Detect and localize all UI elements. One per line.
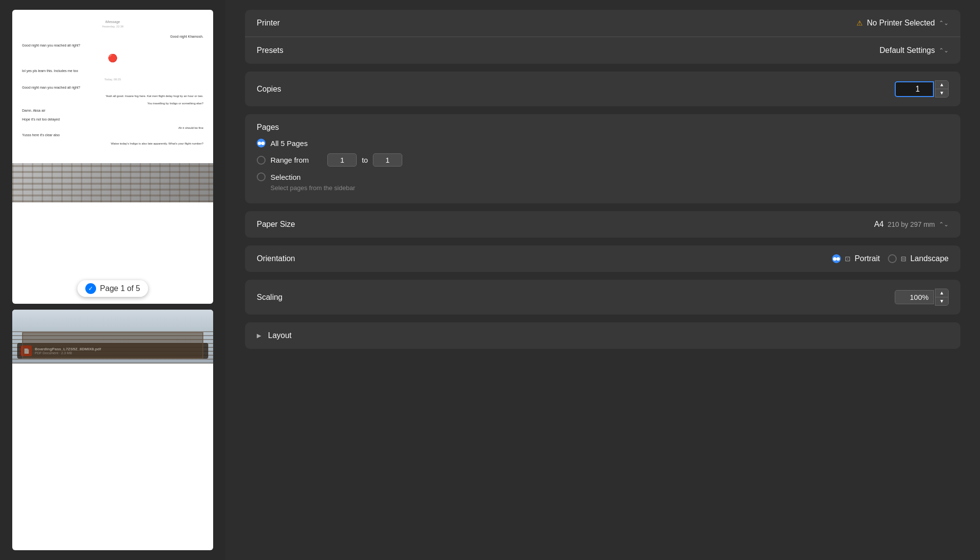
copies-increment-button[interactable]: ▲	[935, 81, 948, 89]
presets-value-container[interactable]: Default Settings ⌃⌄	[880, 46, 949, 55]
presets-value: Default Settings	[880, 46, 935, 55]
presets-row: Presets Default Settings ⌃⌄	[245, 37, 960, 64]
portrait-icon: ⊡	[845, 255, 851, 263]
layout-section[interactable]: ▶ Layout	[245, 322, 960, 349]
landscape-icon: ⊟	[901, 255, 906, 263]
page-indicator-text: Page 1 of 5	[100, 284, 140, 293]
printer-row: Printer ⚠ No Printer Selected ⌃⌄	[245, 10, 960, 37]
printer-label: Printer	[257, 19, 280, 27]
msg-4: Good night man you reached all right?	[22, 85, 203, 90]
paper-size-chevron-icon: ⌃⌄	[939, 221, 949, 228]
scaling-input[interactable]	[895, 290, 934, 304]
paper-size-row: Paper Size A4 210 by 297 mm ⌃⌄	[245, 211, 960, 238]
msg-2: Good night man you reached all right?	[22, 43, 203, 48]
page-preview-1[interactable]: iMessage Yesterday, 22:36 Good night Kha…	[12, 10, 213, 304]
scaling-row: Scaling ▲ ▼	[245, 280, 960, 315]
presets-label: Presets	[257, 46, 283, 55]
copies-input-wrapper: ▲ ▼	[895, 80, 949, 97]
printer-value: No Printer Selected	[867, 19, 935, 27]
orientation-options: ⊡ Portrait ⊟ Landscape	[832, 254, 949, 263]
paper-dimensions: 210 by 297 mm	[888, 220, 935, 228]
orientation-label: Orientation	[257, 254, 295, 263]
right-panel: Printer ⚠ No Printer Selected ⌃⌄ Presets…	[225, 0, 980, 560]
printer-chevron-icon: ⌃⌄	[939, 20, 949, 26]
pdf-icon: 📄	[21, 345, 32, 356]
preview-2-image: 📄 BoardingPass_L7ZS5Z_8DMIX8.pdf PDF Doc…	[12, 310, 213, 364]
range-inputs: to	[327, 153, 402, 167]
msg-11: Waise today's Indigo is also late appare…	[76, 142, 203, 146]
boarding-pass-bar: 📄 BoardingPass_L7ZS5Z_8DMIX8.pdf PDF Doc…	[17, 343, 208, 359]
landscape-label: Landscape	[910, 254, 949, 263]
all-pages-row[interactable]: All 5 Pages	[257, 139, 949, 147]
app-name: iMessage	[22, 20, 203, 24]
date-divider: Today, 08:25	[22, 77, 203, 81]
msg-3: lol yes pls learn this. Includes me too	[22, 69, 203, 73]
presets-chevron-icon: ⌃⌄	[939, 47, 949, 54]
preview-date: Yesterday, 22:36	[22, 24, 203, 28]
copies-decrement-button[interactable]: ▼	[935, 89, 948, 97]
scaling-decrement-button[interactable]: ▼	[935, 297, 948, 305]
scaling-increment-button[interactable]: ▲	[935, 289, 948, 297]
msg-1: Good night Khamosh.	[22, 34, 203, 39]
reddit-icon: 🔴	[22, 53, 203, 64]
copies-stepper: ▲ ▼	[935, 80, 949, 97]
layout-chevron-icon: ▶	[257, 332, 261, 339]
page-indicator: ✓ Page 1 of 5	[77, 280, 148, 297]
range-radio[interactable]	[257, 156, 266, 165]
range-to-input[interactable]	[373, 153, 402, 167]
copies-input[interactable]	[895, 81, 934, 97]
scaling-stepper: ▲ ▼	[935, 289, 949, 306]
warning-icon: ⚠	[857, 19, 863, 27]
selection-sublabel: Select pages from the sidebar	[270, 184, 949, 192]
all-pages-label: All 5 Pages	[270, 139, 308, 147]
range-to-label: to	[362, 156, 368, 164]
landscape-option[interactable]: ⊟ Landscape	[888, 254, 949, 263]
layout-label: Layout	[268, 331, 292, 340]
selection-row[interactable]: Selection	[257, 172, 949, 181]
selection-radio[interactable]	[257, 172, 266, 181]
scaling-section: Scaling ▲ ▼	[245, 280, 960, 315]
left-panel: iMessage Yesterday, 22:36 Good night Kha…	[0, 0, 225, 560]
copies-section: Copies ▲ ▼	[245, 72, 960, 106]
paper-format: A4	[874, 220, 884, 229]
all-pages-radio[interactable]	[257, 139, 266, 147]
scaling-label: Scaling	[257, 293, 282, 302]
pages-section: Pages All 5 Pages Range from to	[245, 114, 960, 203]
preview-image-strip	[12, 163, 213, 202]
orientation-section: Orientation ⊡ Portrait ⊟ Landscape	[245, 245, 960, 272]
check-circle-icon: ✓	[85, 283, 96, 294]
msg-8: Hope it's not too delayed	[22, 117, 203, 122]
orientation-row: Orientation ⊡ Portrait ⊟ Landscape	[245, 245, 960, 272]
msg-9: Ah it should be fine	[76, 126, 203, 130]
portrait-radio-dot	[833, 257, 836, 261]
boarding-pass-info: BoardingPass_L7ZS5Z_8DMIX8.pdf PDF Docum…	[35, 347, 101, 355]
portrait-radio[interactable]	[832, 254, 841, 263]
range-from-input[interactable]	[327, 153, 357, 167]
copies-label: Copies	[257, 85, 281, 94]
paper-size-value-container[interactable]: A4 210 by 297 mm ⌃⌄	[874, 220, 949, 229]
paper-size-label: Paper Size	[257, 220, 295, 229]
radio-dot	[258, 142, 261, 145]
pages-label: Pages	[257, 123, 949, 132]
paper-size-section: Paper Size A4 210 by 297 mm ⌃⌄	[245, 211, 960, 238]
landscape-radio[interactable]	[888, 254, 897, 263]
portrait-label: Portrait	[855, 254, 880, 263]
range-label: Range from	[270, 156, 309, 164]
msg-5: Yeah all good. Insane fog here. Kal meri…	[76, 94, 203, 98]
msg-6: You travelling by Indigo or something el…	[76, 101, 203, 105]
selection-label: Selection	[270, 173, 301, 181]
page-preview-2[interactable]: 📄 BoardingPass_L7ZS5Z_8DMIX8.pdf PDF Doc…	[12, 310, 213, 550]
printer-presets-section: Printer ⚠ No Printer Selected ⌃⌄ Presets…	[245, 10, 960, 64]
msg-7: Damn. Aksa air	[22, 108, 203, 113]
portrait-option[interactable]: ⊡ Portrait	[832, 254, 880, 263]
preview-header: iMessage Yesterday, 22:36	[22, 20, 203, 28]
range-row[interactable]: Range from to	[257, 153, 949, 167]
msg-10: Yusss here it's clear also	[22, 133, 203, 138]
printer-value-container[interactable]: ⚠ No Printer Selected ⌃⌄	[857, 19, 949, 27]
scaling-input-wrapper: ▲ ▼	[895, 289, 949, 306]
